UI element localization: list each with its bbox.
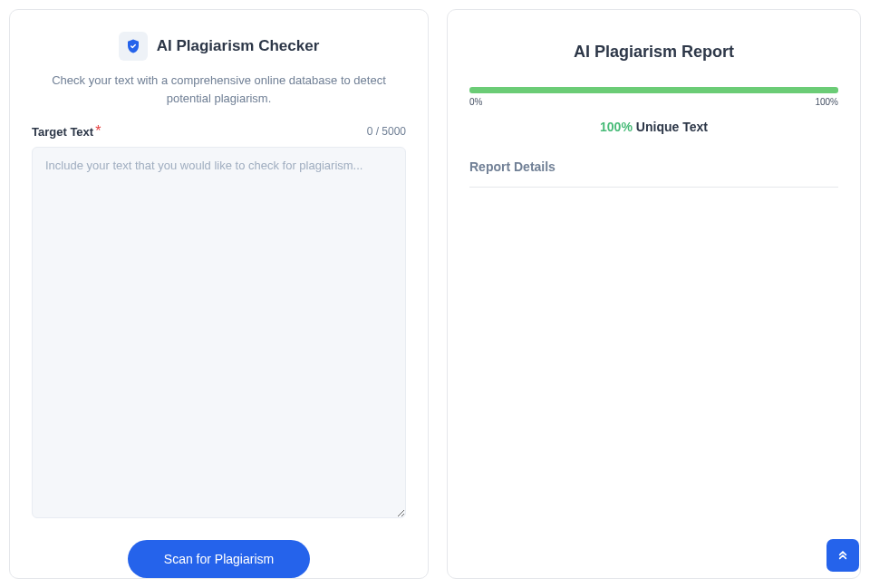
scroll-to-top-button[interactable] (826, 539, 859, 572)
checker-title: AI Plagiarism Checker (157, 37, 320, 55)
button-row: Scan for Plagiarism (32, 540, 406, 578)
char-count: 0 / 5000 (367, 125, 406, 138)
progress-min-label: 0% (469, 97, 482, 107)
shield-check-icon (125, 38, 141, 54)
unique-percent: 100% (600, 120, 633, 134)
chevron-double-up-icon (836, 548, 850, 563)
progress-max-label: 100% (815, 97, 838, 107)
report-title: AI Plagiarism Report (469, 43, 838, 62)
report-panel: AI Plagiarism Report 0% 100% 100%Unique … (447, 9, 861, 579)
target-text-input[interactable] (32, 147, 406, 518)
progress-wrapper: 0% 100% (469, 87, 838, 107)
checker-panel: AI Plagiarism Checker Check your text wi… (9, 9, 429, 579)
target-text-label: Target Text (32, 125, 93, 139)
field-label-row: Target Text* 0 / 5000 (32, 123, 406, 140)
scan-button[interactable]: Scan for Plagiarism (128, 540, 310, 578)
report-details-title: Report Details (469, 159, 838, 188)
checker-header: AI Plagiarism Checker (32, 32, 406, 61)
unique-label: Unique Text (636, 120, 708, 134)
shield-icon-box (119, 32, 148, 61)
progress-bar (469, 87, 838, 93)
unique-text-row: 100%Unique Text (469, 120, 838, 134)
required-indicator: * (95, 123, 101, 139)
progress-labels: 0% 100% (469, 97, 838, 107)
checker-subtitle: Check your text with a comprehensive onl… (32, 72, 406, 107)
target-text-label-wrapper: Target Text* (32, 123, 101, 140)
